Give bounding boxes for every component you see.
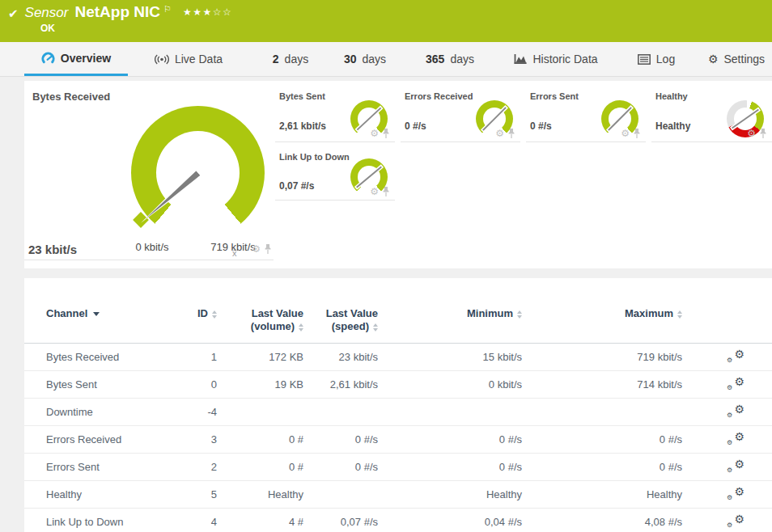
- column-label: Minimum: [467, 307, 513, 319]
- sort-icon: [373, 323, 378, 331]
- minimum-value: 0 kbit/s: [378, 378, 522, 391]
- gauge-settings-gear-icon[interactable]: ⚙: [621, 129, 630, 138]
- column-header-id[interactable]: ID: [176, 307, 217, 320]
- column-label: ID: [197, 307, 208, 319]
- channel-settings-icon[interactable]: ⚙⚙: [727, 513, 744, 528]
- table-row[interactable]: Bytes Received 1 172 KB 23 kbit/s 15 kbi…: [24, 344, 772, 371]
- channel-name[interactable]: Bytes Sent: [46, 378, 176, 391]
- tab-label: Overview: [61, 52, 111, 65]
- gear-icon: ⚙: [734, 376, 744, 387]
- last-value-speed: 2,61 kbit/s: [303, 378, 378, 391]
- tab-number: 2: [273, 53, 279, 65]
- gauge-panel-link-up-to-down: Link Up to Down 0,07 #/s ⚙: [275, 149, 395, 201]
- tab-settings[interactable]: ⚙ Settings: [701, 42, 772, 76]
- tab-label: days: [450, 53, 474, 65]
- pin-icon[interactable]: [382, 186, 390, 197]
- live-signal-icon: [155, 54, 169, 65]
- tab-label: Historic Data: [532, 53, 597, 65]
- priority-stars[interactable]: ★★★☆☆: [183, 6, 232, 18]
- gear-icon: ⚙: [708, 53, 719, 65]
- channel-id: 5: [176, 488, 217, 500]
- tab-365-days[interactable]: 365 days: [409, 42, 491, 76]
- column-label: Last Value (volume): [251, 307, 303, 332]
- pin-icon[interactable]: [759, 128, 767, 139]
- gauge-current-value: 0 #/s: [405, 120, 426, 132]
- minimum-value: 0 #/s: [378, 433, 522, 445]
- object-kind-label: Sensor: [25, 5, 69, 21]
- maximum-value: 719 kbit/s: [522, 351, 682, 363]
- table-row[interactable]: Errors Received 3 0 # 0 #/s 0 #/s 0 #/s …: [24, 426, 772, 454]
- gauge-title: Bytes Received: [32, 91, 110, 103]
- gear-icon: ⚙: [734, 458, 744, 470]
- channel-name[interactable]: Healthy: [46, 488, 176, 500]
- table-row[interactable]: Healthy 5 Healthy Healthy Healthy ⚙⚙: [24, 481, 772, 509]
- last-value-speed: 0 #/s: [303, 461, 378, 473]
- table-row[interactable]: Downtime -4 ⚙⚙: [24, 399, 772, 426]
- sort-icon: [677, 310, 682, 319]
- pin-icon[interactable]: [382, 128, 390, 139]
- column-header-channel[interactable]: Channel: [46, 307, 176, 320]
- gauge-panel-healthy: Healthy Healthy ⚙: [651, 81, 772, 142]
- column-label: Last Value (speed): [326, 307, 378, 332]
- channel-id: -4: [176, 406, 217, 418]
- channel-id: 1: [176, 351, 217, 363]
- gauge-settings-gear-icon[interactable]: ⚙: [370, 187, 379, 196]
- table-row[interactable]: Bytes Sent 0 19 KB 2,61 kbit/s 0 kbit/s …: [24, 371, 772, 399]
- channel-name[interactable]: Errors Received: [46, 433, 176, 445]
- tab-2-days[interactable]: 2 days: [257, 42, 324, 76]
- last-value-volume: 0 #: [217, 461, 303, 473]
- gauge-settings-gear-icon[interactable]: ⚙: [370, 129, 379, 138]
- gauge-settings-gear-icon[interactable]: ⚙: [252, 244, 261, 254]
- channel-settings-icon[interactable]: ⚙⚙: [727, 486, 744, 500]
- gear-icon: ⚙: [734, 513, 744, 525]
- gauge-panel-errors-sent: Errors Sent 0 #/s ⚙: [526, 81, 646, 142]
- tab-live-data[interactable]: Live Data: [136, 42, 241, 76]
- tab-number: 365: [426, 53, 444, 65]
- tab-label: days: [285, 53, 309, 65]
- area-chart-icon: [514, 53, 527, 65]
- channel-settings-icon[interactable]: ⚙⚙: [727, 431, 744, 445]
- channel-name[interactable]: Bytes Received: [46, 351, 176, 363]
- channel-name[interactable]: Link Up to Down: [46, 516, 176, 528]
- channel-settings-icon[interactable]: ⚙⚙: [727, 376, 744, 391]
- gear-icon-small: ⚙: [727, 522, 732, 529]
- flag-icon[interactable]: ⚐: [163, 4, 172, 15]
- pin-icon[interactable]: [507, 128, 515, 139]
- column-label: Maximum: [625, 307, 673, 319]
- column-header-minimum[interactable]: Minimum: [378, 307, 522, 320]
- gear-icon-small: ⚙: [727, 495, 732, 501]
- tab-historic-data[interactable]: Historic Data: [500, 42, 612, 76]
- column-header-maximum[interactable]: Maximum: [522, 307, 682, 320]
- gauge-current-value: 0 #/s: [530, 120, 552, 132]
- gear-icon: ⚙: [734, 403, 744, 415]
- column-header-last-value-speed[interactable]: Last Value (speed): [303, 307, 378, 333]
- pin-icon[interactable]: [264, 243, 272, 255]
- channel-id: 0: [176, 378, 217, 391]
- gauge-current-value: Healthy: [655, 120, 690, 132]
- gear-icon: ⚙: [734, 486, 744, 497]
- tab-30-days[interactable]: 30 days: [328, 42, 402, 76]
- tab-label: Log: [656, 53, 675, 65]
- tab-log[interactable]: Log: [627, 42, 685, 76]
- channel-settings-icon[interactable]: ⚙⚙: [727, 348, 744, 363]
- gauge-settings-gear-icon[interactable]: ⚙: [747, 129, 756, 138]
- gear-icon-small: ⚙: [727, 412, 732, 419]
- gauge-settings-gear-icon[interactable]: ⚙: [495, 129, 504, 138]
- last-value-speed: 0 #/s: [303, 433, 378, 445]
- gauge-icon: [41, 52, 55, 65]
- gauge-panel-bytes-sent: Bytes Sent 2,61 kbit/s ⚙: [275, 81, 395, 142]
- channel-name[interactable]: Downtime: [46, 406, 176, 418]
- channel-name[interactable]: Errors Sent: [46, 461, 176, 473]
- pin-icon[interactable]: [633, 128, 641, 139]
- channel-settings-icon[interactable]: ⚙⚙: [727, 403, 744, 418]
- table-row[interactable]: Link Up to Down 4 4 # 0,07 #/s 0,04 #/s …: [24, 509, 772, 532]
- sensor-status-badge: OK: [40, 23, 55, 34]
- tab-overview[interactable]: Overview: [24, 42, 128, 76]
- maximum-value: 0 #/s: [522, 461, 682, 473]
- table-row[interactable]: Errors Sent 2 0 # 0 #/s 0 #/s 0 #/s ⚙⚙: [24, 454, 772, 481]
- last-value-volume: 0 #: [217, 433, 303, 445]
- gauge-panel-bytes-received: Bytes Received x̄ 0 kbit/s 719 kbit/s 23…: [24, 81, 274, 260]
- channel-settings-icon[interactable]: ⚙⚙: [727, 458, 744, 473]
- channel-id: 3: [176, 433, 217, 445]
- column-header-last-value-volume[interactable]: Last Value (volume): [217, 307, 303, 333]
